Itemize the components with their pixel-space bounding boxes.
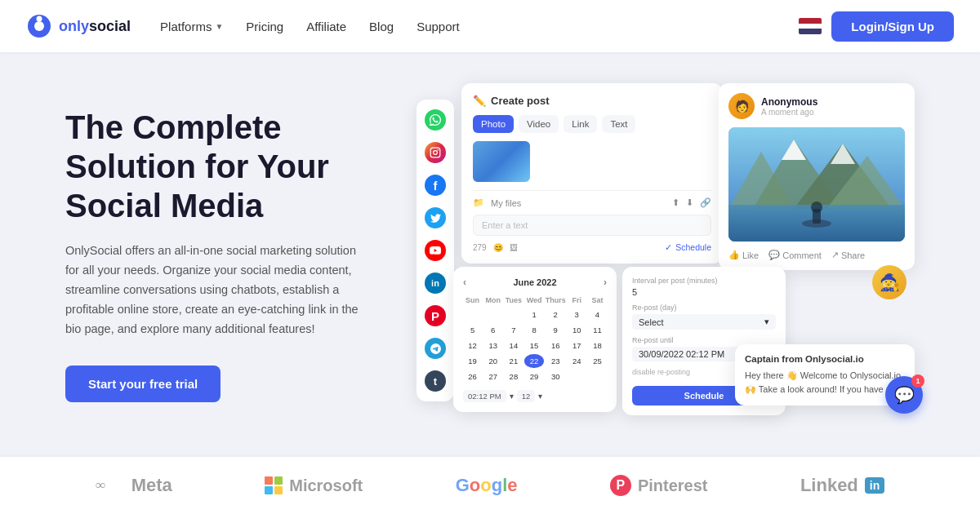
nav-item-pricing[interactable]: Pricing [246, 20, 283, 33]
cal-day-3[interactable]: 3 [568, 308, 586, 321]
hero-left: The Complete Solution for Your Social Me… [65, 91, 408, 402]
cal-day [463, 308, 482, 321]
cal-day-8[interactable]: 8 [524, 323, 543, 337]
tab-link[interactable]: Link [564, 115, 597, 133]
hero-mockups: f in P t ✏️ Create [408, 83, 915, 410]
cal-day-10[interactable]: 10 [568, 323, 586, 337]
cal-day [504, 308, 523, 321]
cal-day-18[interactable]: 18 [588, 339, 607, 352]
brand-meta: ∞ Meta [96, 475, 172, 496]
image-icon: 🖼 [510, 243, 518, 252]
repost-dropdown[interactable]: Select ▾ [632, 314, 776, 330]
folder-icon: 📁 [473, 197, 484, 208]
post-text-input[interactable]: Enter a text [473, 215, 711, 236]
cal-day-27[interactable]: 27 [483, 370, 502, 383]
time-select[interactable]: 02:12 PM [463, 390, 506, 402]
create-post-tabs: Photo Video Link Text [473, 115, 711, 133]
nav-item-blog[interactable]: Blog [369, 20, 394, 33]
language-flag[interactable] [799, 18, 822, 34]
cal-day-23[interactable]: 23 [546, 354, 566, 368]
instagram-icon [425, 142, 446, 163]
cal-day-15[interactable]: 15 [524, 339, 543, 352]
day-header-wed: Wed [524, 295, 543, 306]
cal-day-9[interactable]: 9 [546, 323, 566, 337]
emoji-icon: 😊 [493, 243, 503, 252]
navbar: onlysocial Platforms ▼ Pricing Affiliate… [0, 0, 980, 52]
cal-day-29[interactable]: 29 [524, 370, 543, 383]
chat-open-button[interactable]: 💬 1 [885, 376, 923, 414]
cal-day-25[interactable]: 25 [588, 354, 607, 368]
share-icon: ↗ [831, 250, 839, 260]
google-label: Google [456, 475, 518, 496]
post-username: Anonymous [761, 96, 817, 108]
day-header-sat: Sat [588, 295, 607, 306]
schedule-label[interactable]: ✓ Schedule [665, 242, 711, 252]
next-month-button[interactable]: › [604, 277, 607, 288]
cal-day-4[interactable]: 4 [588, 308, 607, 321]
like-button[interactable]: 👍 Like [728, 250, 759, 260]
cal-day-11[interactable]: 11 [588, 323, 607, 337]
cal-day-12[interactable]: 12 [463, 339, 482, 352]
chat-widget: Captain from Onlysocial.io Hey there 👋 W… [735, 344, 915, 405]
nav-links: Platforms ▼ Pricing Affiliate Blog Suppo… [160, 20, 799, 33]
cal-day-19[interactable]: 19 [463, 354, 482, 368]
tab-video[interactable]: Video [519, 115, 559, 133]
cal-day-28[interactable]: 28 [504, 370, 523, 383]
cal-day-26[interactable]: 26 [463, 370, 482, 383]
post-user-info: Anonymous A moment ago [761, 96, 817, 117]
prev-month-button[interactable]: ‹ [463, 277, 466, 288]
login-button[interactable]: Login/Sign Up [831, 11, 954, 42]
brand-google: Google [456, 475, 518, 496]
create-post-card: ✏️ Create post Photo Video Link Text 📁 M… [461, 83, 723, 264]
youtube-icon [425, 240, 446, 261]
cal-day-13[interactable]: 13 [483, 339, 502, 352]
cal-day-22-today[interactable]: 22 [524, 354, 543, 368]
cal-day-16[interactable]: 16 [546, 339, 566, 352]
cal-day-7[interactable]: 7 [504, 323, 523, 337]
day-header-fri: Fri [568, 295, 586, 306]
svg-rect-3 [430, 148, 440, 157]
share-button[interactable]: ↗ Share [831, 250, 865, 260]
twitter-icon [425, 207, 446, 228]
start-trial-button[interactable]: Start your free trial [65, 366, 220, 402]
nav-item-platforms[interactable]: Platforms ▼ [160, 20, 223, 33]
cal-day-17[interactable]: 17 [568, 339, 586, 352]
cal-day-2[interactable]: 2 [546, 308, 566, 321]
linkedin-word: Linked [800, 475, 858, 496]
cal-day-14[interactable]: 14 [504, 339, 523, 352]
telegram-icon [425, 338, 446, 359]
cal-day-24[interactable]: 24 [568, 354, 586, 368]
nav-item-support[interactable]: Support [416, 20, 460, 33]
post-image-thumbnail [473, 141, 530, 182]
logo-text: onlysocial [59, 18, 131, 35]
cal-day-6[interactable]: 6 [483, 323, 502, 337]
tab-text[interactable]: Text [602, 115, 635, 133]
calendar-grid: Sun Mon Tues Wed Thurs Fri Sat 1 2 3 4 5… [463, 295, 607, 383]
facebook-icon: f [425, 175, 446, 196]
hero-description: OnlySocial offers an all-in-one social m… [65, 241, 359, 339]
tab-photo[interactable]: Photo [473, 115, 514, 133]
interval-label: Interval per post (minutes) [632, 277, 776, 285]
logo[interactable]: onlysocial [26, 13, 131, 39]
interval-select[interactable]: 12 [517, 390, 536, 402]
nav-item-affiliate[interactable]: Affiliate [306, 20, 346, 33]
my-files-row[interactable]: 📁 My files ⬆ ⬇ 🔗 [473, 190, 711, 208]
cal-day-30[interactable]: 30 [546, 370, 566, 383]
cal-day-5[interactable]: 5 [463, 323, 482, 337]
svg-point-2 [37, 16, 42, 22]
day-header-sun: Sun [463, 295, 482, 306]
cal-day-20[interactable]: 20 [483, 354, 502, 368]
cal-day-1[interactable]: 1 [524, 308, 543, 321]
calendar-card: ‹ June 2022 › Sun Mon Tues Wed Thurs Fri… [453, 267, 617, 412]
brands-bar: ∞ Meta Microsoft Google P Pinterest Link… [0, 457, 980, 514]
brand-linkedin: Linked in [800, 475, 884, 496]
pinterest-label: Pinterest [638, 476, 708, 495]
comment-button[interactable]: 💬 Comment [768, 250, 822, 260]
day-header-thu: Thurs [546, 295, 566, 306]
brand-microsoft: Microsoft [265, 476, 363, 495]
cal-day-21[interactable]: 21 [504, 354, 523, 368]
calendar-header: ‹ June 2022 › [463, 277, 607, 288]
cal-day [568, 370, 586, 383]
cal-day [483, 308, 502, 321]
cal-day [588, 370, 607, 383]
